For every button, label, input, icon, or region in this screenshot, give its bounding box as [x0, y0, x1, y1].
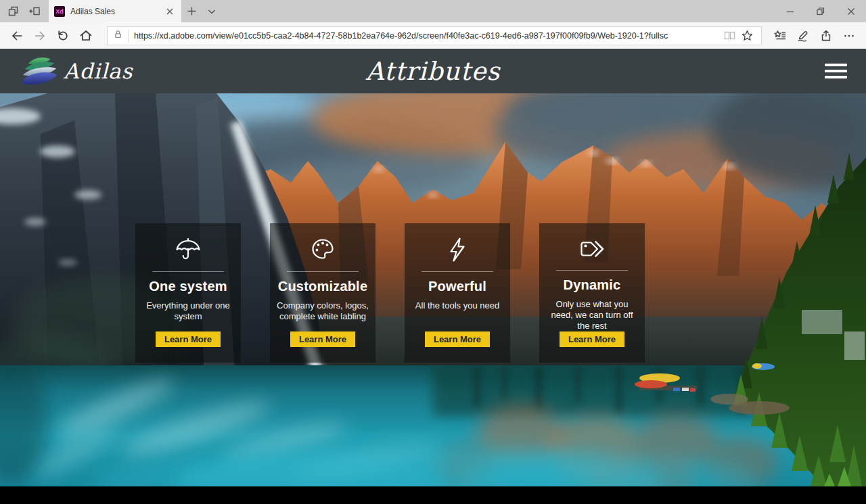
learn-more-button[interactable]: Learn More: [156, 331, 221, 347]
url-text: https://xd.adobe.com/view/e01cc5b5-caa2-…: [134, 31, 721, 41]
learn-more-button[interactable]: Learn More: [290, 331, 355, 347]
feature-card-dynamic: Dynamic Only use what you need, we can t…: [539, 223, 645, 363]
address-bar[interactable]: https://xd.adobe.com/view/e01cc5b5-caa2-…: [107, 26, 762, 45]
home-icon[interactable]: [74, 26, 97, 46]
letterbox-bottom-bar: [0, 486, 866, 504]
tab-title: Adilas Sales: [70, 7, 164, 16]
card-title: Powerful: [428, 279, 486, 294]
adobe-xd-favicon: Xd: [54, 6, 65, 17]
url-divider: [128, 30, 129, 42]
browser-titlebar: Xd Adilas Sales: [0, 0, 866, 22]
tab-close-icon[interactable]: [164, 5, 176, 18]
card-divider: [152, 271, 224, 272]
back-icon[interactable]: [5, 26, 28, 46]
hub-icon[interactable]: [769, 26, 792, 46]
card-title: Customizable: [278, 279, 367, 294]
page-title: Attributes: [366, 57, 501, 86]
card-divider: [556, 270, 628, 271]
card-divider: [421, 271, 493, 272]
logo-text: Adilas: [64, 59, 133, 83]
favorite-star-icon[interactable]: [738, 28, 756, 44]
lock-icon: [113, 29, 123, 42]
palette-icon: [309, 234, 336, 265]
tabs-you-have-set-aside-icon[interactable]: [26, 3, 43, 20]
umbrella-icon: [175, 234, 202, 265]
close-icon[interactable]: [836, 0, 866, 22]
tab-preview-chevron-icon[interactable]: [202, 3, 222, 20]
reading-view-icon[interactable]: [721, 28, 738, 44]
minimize-icon[interactable]: [775, 0, 805, 22]
card-title: One system: [149, 279, 227, 294]
card-title: Dynamic: [564, 277, 621, 293]
hamburger-menu-icon[interactable]: [825, 61, 847, 81]
card-description: All the tools you need: [415, 300, 499, 311]
web-note-pen-icon[interactable]: [792, 26, 815, 46]
card-description: Everything under one system: [142, 300, 234, 322]
restore-icon[interactable]: [805, 0, 836, 22]
adilas-logo[interactable]: Adilas: [19, 55, 133, 87]
refresh-icon[interactable]: [51, 26, 74, 46]
tags-icon: [577, 234, 607, 264]
forward-icon[interactable]: [28, 26, 51, 46]
share-icon[interactable]: [815, 26, 838, 46]
learn-more-button[interactable]: Learn More: [560, 331, 624, 347]
feature-card-powerful: Powerful All the tools you need Learn Mo…: [405, 223, 510, 363]
adilas-waves-icon: [19, 55, 58, 87]
lightning-icon: [444, 234, 471, 265]
hero-section: One system Everything under one system L…: [0, 93, 866, 486]
feature-card-one-system: One system Everything under one system L…: [135, 223, 241, 363]
learn-more-button[interactable]: Learn More: [425, 331, 490, 347]
browser-navbar: https://xd.adobe.com/view/e01cc5b5-caa2-…: [0, 22, 866, 49]
new-tab-icon[interactable]: [181, 3, 202, 20]
browser-tab-adilas-sales[interactable]: Xd Adilas Sales: [49, 0, 181, 22]
card-description: Only use what you need, we can turn off …: [546, 299, 638, 331]
site-header: Adilas Attributes: [0, 49, 866, 93]
card-divider: [287, 271, 359, 272]
card-description: Company colors, logos, complete white la…: [277, 300, 369, 322]
feature-card-customizable: Customizable Company colors, logos, comp…: [270, 223, 375, 363]
set-tabs-aside-icon[interactable]: [4, 3, 22, 20]
more-icon[interactable]: [838, 26, 861, 46]
